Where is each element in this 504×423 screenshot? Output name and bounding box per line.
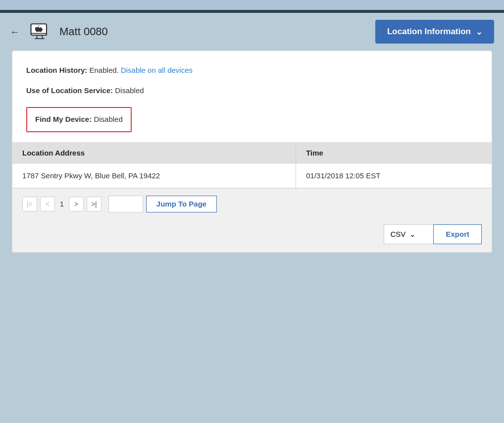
col-time-header: Time [296, 143, 492, 163]
back-button[interactable]: ← [10, 26, 20, 38]
prev-page-button[interactable]: < [40, 197, 55, 212]
location-info-button[interactable]: Location Information ⌄ [375, 20, 494, 44]
address-cell: 1787 Sentry Pkwy W, Blue Bell, PA 19422 [12, 163, 296, 188]
export-row: CSV ⌄ Export [12, 219, 492, 252]
location-info-label: Location Information [387, 27, 471, 37]
find-my-device-label: Find My Device: [35, 115, 92, 123]
time-cell: 01/31/2018 12:05 EST [296, 163, 492, 188]
location-service-label: Use of Location Service: [26, 86, 113, 95]
table-section: Location Address Time 1787 Sentry Pkwy W… [12, 143, 492, 252]
next-page-button[interactable]: > [69, 197, 84, 212]
header: ← Matt 0080 Location Information ⌄ [0, 13, 504, 51]
location-history-value: Enabled. [90, 66, 121, 74]
page-input[interactable] [108, 196, 143, 212]
last-page-button[interactable]: >| [87, 197, 101, 212]
find-my-device-value: Disabled [94, 115, 122, 123]
jump-to-page-button[interactable]: Jump To Page [146, 196, 217, 212]
chevron-down-icon: ⌄ [476, 27, 482, 37]
info-section: Location History: Enabled. Disable on al… [12, 51, 492, 143]
device-icon [28, 21, 51, 42]
main-content: Location History: Enabled. Disable on al… [12, 51, 492, 253]
format-value: CSV [390, 230, 405, 238]
first-page-button[interactable]: |< [22, 197, 37, 212]
find-my-device-row: Find My Device: Disabled [26, 105, 478, 132]
location-service-value: Disabled [115, 86, 144, 95]
current-page: 1 [58, 200, 66, 208]
device-name: Matt 0080 [59, 25, 108, 38]
location-history-label: Location History: [26, 66, 87, 74]
disable-link[interactable]: Disable on all devices [121, 66, 193, 74]
location-history-row: Location History: Enabled. Disable on al… [26, 65, 478, 76]
format-select[interactable]: CSV ⌄ [384, 224, 433, 244]
col-address-header: Location Address [12, 143, 296, 163]
table-header: Location Address Time [12, 143, 492, 163]
location-service-row: Use of Location Service: Disabled [26, 85, 478, 97]
export-button[interactable]: Export [433, 224, 482, 244]
format-chevron-icon: ⌄ [409, 230, 416, 239]
find-my-device-box: Find My Device: Disabled [26, 107, 132, 132]
pagination-bar: |< < 1 > >| Jump To Page [12, 188, 492, 219]
table-row: 1787 Sentry Pkwy W, Blue Bell, PA 19422 … [12, 163, 492, 188]
